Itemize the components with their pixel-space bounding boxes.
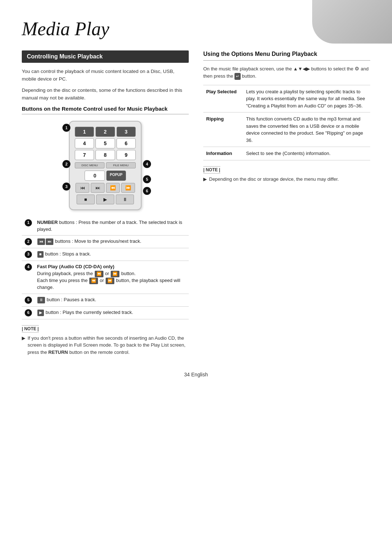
left-note-label: | NOTE | xyxy=(22,325,39,332)
remote-body: 1 2 3 4 5 6 7 8 9 DISC MENU xyxy=(69,121,142,210)
right-note-section: | NOTE | ▶ Depending on the disc or stor… xyxy=(203,166,370,183)
options-table: Play Selected Lets you create a playlist… xyxy=(203,85,370,160)
playback-row: ■ ▶ ⏸ xyxy=(75,195,136,204)
options-section-title: Using the Options Menu During Playback xyxy=(203,50,370,61)
next-btn: ⏭ xyxy=(91,183,105,193)
desc-row-1: 1 NUMBER buttons : Press the number of a… xyxy=(22,217,189,236)
desc-row-5: 5 ⏸ button : Pauses a track. xyxy=(22,294,189,306)
desc-row-6: 6 ▶ button : Plays the currently selecte… xyxy=(22,306,189,319)
circle-5: 5 xyxy=(25,297,32,304)
pause-btn: ⏸ xyxy=(116,195,134,204)
num-4: 4 xyxy=(75,138,94,148)
bubble-3: 3 xyxy=(62,183,70,191)
desc-6: ▶ button : Plays the currently selected … xyxy=(35,306,189,319)
bubble-4: 4 xyxy=(143,160,151,168)
file-menu-btn: FILE MENU xyxy=(106,162,136,168)
right-note-arrow-icon: ▶ xyxy=(203,176,207,183)
left-note-text: If you don't press a button within five … xyxy=(28,335,189,356)
options-row-ripping: Ripping This function converts CD audio … xyxy=(203,113,370,147)
option-label-ripping: Ripping xyxy=(203,113,243,147)
prev-btn: ⏮ xyxy=(75,183,89,193)
gear-icon: ⚙ xyxy=(355,65,359,73)
right-column: Using the Options Menu During Playback O… xyxy=(203,50,370,184)
zero-row: 0 POPUP xyxy=(75,171,136,181)
desc-3: ■ button : Stops a track. xyxy=(35,248,189,261)
rew-btn: ⏪ xyxy=(106,183,120,193)
num-2: 2 xyxy=(95,127,115,137)
desc-1: NUMBER buttons : Press the number of a t… xyxy=(35,217,189,236)
disc-menu-btn: DISC MENU xyxy=(75,162,105,168)
left-note-item: ▶ If you don't press a button within fiv… xyxy=(22,335,189,356)
option-desc-play-selected: Lets you create a playlist by selecting … xyxy=(243,85,370,113)
num-9: 9 xyxy=(117,150,136,160)
bubble-2: 2 xyxy=(62,160,70,168)
option-label-information: Information xyxy=(203,147,243,160)
num-8: 8 xyxy=(95,150,115,160)
fwd-btn: ⏩ xyxy=(121,183,135,193)
play-btn: ▶ xyxy=(96,195,114,204)
intro-text-2: Depending on the disc or contents, some … xyxy=(22,87,189,102)
bubble-1: 1 xyxy=(62,124,70,132)
desc-4: Fast Play (Audio CD (CD-DA) only) During… xyxy=(35,261,189,294)
page-number: 34 English xyxy=(184,372,208,377)
desc-row-3: 3 ■ button : Stops a track. xyxy=(22,248,189,261)
remote-section-title: Buttons on the Remote Control used for M… xyxy=(22,106,189,114)
left-note-section: | NOTE | ▶ If you don't press a button w… xyxy=(22,325,189,356)
num-5: 5 xyxy=(95,138,115,148)
right-note-text: Depending on the disc or storage device,… xyxy=(209,176,339,183)
circle-1: 1 xyxy=(25,219,32,226)
desc-5: ⏸ button : Pauses a track. xyxy=(35,294,189,306)
right-note-label: | NOTE | xyxy=(203,166,220,173)
option-desc-information: Select to see the (Contents) information… xyxy=(243,147,370,160)
num-6: 6 xyxy=(117,138,136,148)
num-7: 7 xyxy=(75,150,94,160)
desc-row-4: 4 Fast Play (Audio CD (CD-DA) only) Duri… xyxy=(22,261,189,294)
circle-3: 3 xyxy=(25,251,32,258)
right-note-item: ▶ Depending on the disc or storage devic… xyxy=(203,176,370,183)
num-3: 3 xyxy=(117,127,136,137)
options-row-information: Information Select to see the (Contents)… xyxy=(203,147,370,160)
menu-row: DISC MENU FILE MENU xyxy=(75,162,136,168)
desc-2: ⏮⏭ buttons : Move to the previous/next t… xyxy=(35,236,189,248)
page-footer: 34 English xyxy=(22,372,370,377)
option-desc-ripping: This function converts CD audio to the m… xyxy=(243,113,370,147)
enter-icon: ↵ xyxy=(234,73,241,80)
options-intro-text: On the music file playback screen, use t… xyxy=(203,65,370,80)
section-header-controlling: Controlling Music Playback xyxy=(22,50,189,63)
bubble-5: 5 xyxy=(143,175,151,183)
transport-row: ⏮ ⏭ ⏪ ⏩ xyxy=(75,183,136,193)
desc-row-2: 2 ⏮⏭ buttons : Move to the previous/next… xyxy=(22,236,189,248)
descriptions-table: 1 NUMBER buttons : Press the number of a… xyxy=(22,217,189,319)
option-label-play-selected: Play Selected xyxy=(203,85,243,113)
num-1: 1 xyxy=(75,127,94,137)
left-column: Controlling Music Playback You can contr… xyxy=(22,50,189,357)
options-title-text: Using the Options Menu During Playback xyxy=(203,51,317,57)
numpad: 1 2 3 4 5 6 7 8 9 xyxy=(75,127,136,160)
options-row-play-selected: Play Selected Lets you create a playlist… xyxy=(203,85,370,113)
bubble-6: 6 xyxy=(143,187,151,195)
circle-6: 6 xyxy=(25,309,32,316)
page-title: Media Play xyxy=(22,15,370,40)
intro-text-1: You can control the playback of music co… xyxy=(22,68,189,83)
stop-btn: ■ xyxy=(77,195,95,204)
circle-4: 4 xyxy=(25,263,32,271)
remote-illustration: 1 2 3 4 5 6 1 2 xyxy=(22,121,189,210)
note-arrow-icon: ▶ xyxy=(22,335,25,356)
zero-btn: 0 xyxy=(85,171,105,181)
circle-2: 2 xyxy=(25,238,32,245)
popup-btn: POPUP xyxy=(106,171,126,181)
